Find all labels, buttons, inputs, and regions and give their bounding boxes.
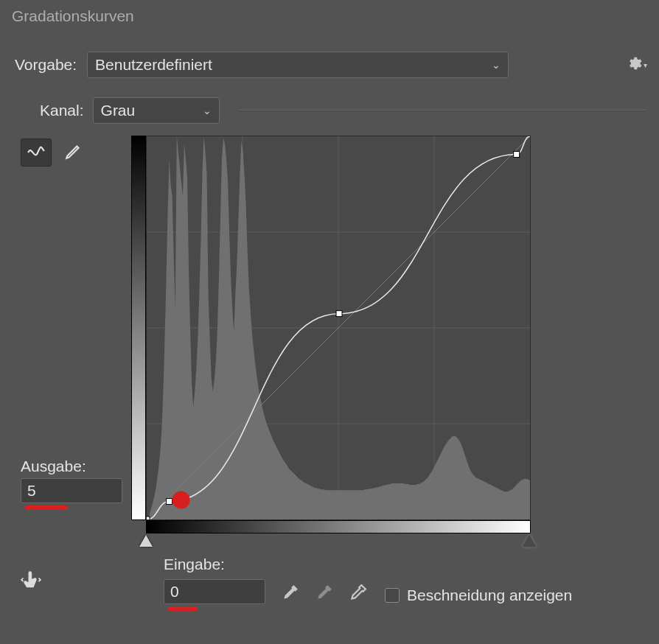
finger-drag-icon xyxy=(21,581,41,593)
show-clipping-checkbox[interactable]: Beschneidung anzeigen xyxy=(385,587,572,604)
show-clipping-label: Beschneidung anzeigen xyxy=(407,587,572,604)
eyedropper-icon xyxy=(314,593,333,606)
preset-label: Vorgabe: xyxy=(15,56,77,74)
input-range-slider[interactable] xyxy=(146,535,529,551)
preset-value: Benutzerdefiniert xyxy=(95,56,212,74)
channel-select[interactable]: Grau ⌄ xyxy=(93,97,220,124)
curve-icon xyxy=(27,141,46,164)
curve-tool-button[interactable] xyxy=(21,139,52,167)
pencil-icon xyxy=(64,141,83,164)
chevron-down-icon: ⌄ xyxy=(203,105,212,116)
svg-rect-8 xyxy=(167,499,172,505)
checkbox-box xyxy=(385,588,400,603)
svg-rect-10 xyxy=(514,151,520,157)
eyedropper-icon xyxy=(280,593,299,606)
targeted-adjust-button[interactable] xyxy=(21,570,41,594)
black-point-handle[interactable] xyxy=(139,535,153,547)
divider xyxy=(239,110,647,111)
preset-select[interactable]: Benutzerdefiniert ⌄ xyxy=(87,52,509,78)
gray-point-eyedropper[interactable] xyxy=(314,584,333,606)
panel-title: Gradationskurven xyxy=(0,0,659,29)
channel-value: Grau xyxy=(101,102,136,119)
output-field[interactable] xyxy=(21,478,122,503)
black-point-eyedropper[interactable] xyxy=(280,584,299,606)
input-label: Eingabe: xyxy=(164,556,572,573)
svg-rect-9 xyxy=(336,311,342,317)
output-label: Ausgabe: xyxy=(21,458,124,475)
curves-plot[interactable] xyxy=(146,136,531,520)
annotation-mark xyxy=(25,505,68,510)
input-field[interactable] xyxy=(164,579,265,604)
pencil-tool-button[interactable] xyxy=(59,139,88,166)
gear-icon xyxy=(626,55,642,74)
channel-label: Kanal: xyxy=(40,102,84,119)
white-point-eyedropper[interactable] xyxy=(348,584,367,606)
svg-point-11 xyxy=(172,491,190,509)
preset-menu-button[interactable]: ▾ xyxy=(626,55,647,74)
svg-rect-7 xyxy=(147,517,150,519)
output-gradient-bar xyxy=(131,136,146,520)
eyedropper-icon xyxy=(348,593,367,606)
input-gradient-bar xyxy=(146,520,531,533)
caret-icon: ▾ xyxy=(644,61,647,69)
chevron-down-icon: ⌄ xyxy=(492,59,501,71)
white-point-handle[interactable] xyxy=(523,535,536,547)
annotation-mark xyxy=(168,606,198,611)
